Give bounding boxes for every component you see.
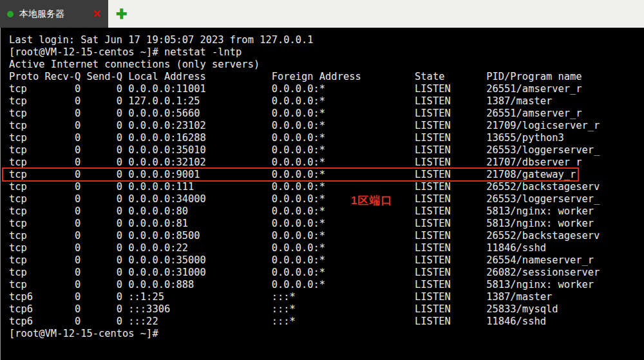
netstat-row: tcp 0 0 0.0.0.0:5660 0.0.0.0:* LISTEN 26… (9, 108, 644, 120)
tab-local-server[interactable]: 本地服务器 ✕ (0, 0, 108, 28)
netstat-row: tcp 0 0 0.0.0.0:888 0.0.0.0:* LISTEN 581… (9, 279, 644, 291)
netstat-row: tcp6 0 0 ::1:25 :::* LISTEN 1387/master (9, 291, 644, 303)
netstat-row: tcp 0 0 0.0.0.0:80 0.0.0.0:* LISTEN 5813… (9, 205, 644, 218)
netstat-row: tcp 0 0 0.0.0.0:23102 0.0.0.0:* LISTEN 2… (9, 120, 644, 132)
terminal[interactable]: Last login: Sat Jun 17 19:05:07 2023 fro… (0, 28, 644, 360)
terminal-line: Last login: Sat Jun 17 19:05:07 2023 fro… (9, 34, 644, 46)
tab-bar: 本地服务器 ✕ ✚ (0, 0, 644, 28)
netstat-row: tcp 0 0 0.0.0.0:11001 0.0.0.0:* LISTEN 2… (9, 83, 644, 95)
netstat-row: tcp 0 0 0.0.0.0:34000 0.0.0.0:* LISTEN 2… (9, 193, 644, 205)
netstat-row: tcp 0 0 127.0.0.1:25 0.0.0.0:* LISTEN 13… (9, 95, 644, 108)
netstat-row: tcp 0 0 0.0.0.0:22 0.0.0.0:* LISTEN 1184… (9, 242, 644, 254)
terminal-line: Active Internet connections (only server… (9, 59, 644, 71)
netstat-row: tcp 0 0 0.0.0.0:16288 0.0.0.0:* LISTEN 1… (9, 132, 644, 144)
connection-status-dot (7, 11, 14, 17)
netstat-header-line: Proto Recv-Q Send-Q Local Address Foreig… (9, 71, 644, 83)
netstat-row: tcp 0 0 0.0.0.0:8500 0.0.0.0:* LISTEN 26… (9, 230, 644, 242)
netstat-row: tcp 0 0 0.0.0.0:111 0.0.0.0:* LISTEN 265… (9, 181, 644, 193)
close-tab-icon[interactable]: ✕ (93, 9, 101, 19)
terminal-output: Last login: Sat Jun 17 19:05:07 2023 fro… (1, 28, 644, 340)
prompt-line: [root@VM-12-15-centos ~]# (9, 328, 644, 340)
netstat-row: tcp 0 0 0.0.0.0:32102 0.0.0.0:* LISTEN 2… (9, 156, 644, 169)
netstat-row: tcp6 0 0 :::3306 :::* LISTEN 25833/mysql… (9, 303, 644, 316)
netstat-row: tcp 0 0 0.0.0.0:35000 0.0.0.0:* LISTEN 2… (9, 254, 644, 267)
netstat-row: tcp 0 0 0.0.0.0:31000 0.0.0.0:* LISTEN 2… (9, 267, 644, 279)
netstat-row: tcp6 0 0 :::22 :::* LISTEN 11846/sshd (9, 316, 644, 328)
plus-icon: ✚ (116, 7, 128, 21)
terminal-line: [root@VM-12-15-centos ~]# netstat -lntp (9, 46, 644, 59)
netstat-row: tcp 0 0 0.0.0.0:35010 0.0.0.0:* LISTEN 2… (9, 144, 644, 156)
new-tab-button[interactable]: ✚ (108, 0, 135, 28)
annotation-zone1-port: 1区端口 (351, 193, 392, 208)
tab-title: 本地服务器 (19, 8, 87, 20)
netstat-row-highlighted: tcp 0 0 0.0.0.0:9001 0.0.0.0:* LISTEN 21… (9, 169, 644, 181)
netstat-row: tcp 0 0 0.0.0.0:81 0.0.0.0:* LISTEN 5813… (9, 218, 644, 230)
